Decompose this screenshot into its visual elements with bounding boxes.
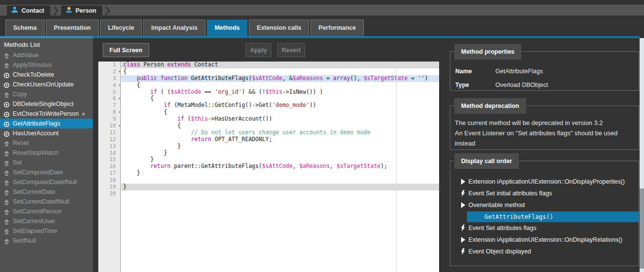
code-line: if (MetaModel::GetConfig()->Get('demo_mo… [121, 102, 439, 109]
call-order-tree: Extension iApplicationUIExtension::OnDis… [450, 161, 639, 257]
extension-play-icon [461, 237, 468, 243]
apply-button[interactable]: Apply [245, 43, 271, 57]
fold-marker-icon[interactable]: ▾ [118, 82, 121, 89]
event-bolt-icon [461, 190, 468, 197]
tab-methods[interactable]: Methods [207, 20, 247, 36]
code-line: } [121, 143, 439, 150]
sidebar-item-checktodelete[interactable]: CheckToDelete [0, 70, 93, 80]
fold-marker-icon[interactable]: ▾ [118, 95, 121, 102]
sidebar-item-setcurrentperson[interactable]: SetCurrentPerson [0, 207, 93, 216]
sidebar-item-set[interactable]: Set [0, 158, 93, 167]
code-line: } [121, 150, 439, 157]
line-number: 1 [98, 62, 120, 68]
tab-lifecycle[interactable]: Lifecycle [100, 20, 142, 36]
line-number: 18 [98, 177, 120, 184]
call-order-label: Event Set initial attributes flags [468, 190, 552, 197]
sidebar-item-label: ApplyStimulus [13, 62, 51, 68]
sidebar-item-getattributeflags[interactable]: GetAttributeFlags [0, 119, 93, 128]
tab-schema[interactable]: Schema [5, 20, 44, 36]
line-number: 16 [98, 163, 120, 170]
call-order-item-getattributeflags-[interactable]: GetAttributeFlags() [450, 211, 639, 222]
tab-performance[interactable]: Performance [311, 20, 363, 36]
fold-marker-icon[interactable]: ▾ [118, 109, 121, 116]
code-line: } [121, 170, 439, 177]
sidebar-item-setelapsedtime[interactable]: SetElapsedTime [0, 226, 93, 236]
sidebar-item-label: GetAttributeFlags [13, 120, 60, 127]
full-screen-button[interactable]: Full Screen [103, 43, 149, 57]
sidebar-item-setcurrentdateifnull[interactable]: SetCurrentDateIfNull [0, 197, 93, 207]
call-order-item-overwritable-method[interactable]: Overwritable method [450, 199, 639, 211]
property-label: Name [455, 68, 495, 75]
sidebar-item-label: SetIfNull [13, 237, 36, 244]
breadcrumb-bar: ContactPerson [0, 0, 644, 16]
sidebar-item-setcurrentdate[interactable]: SetCurrentDate [0, 187, 93, 197]
inherited-method-icon [3, 199, 10, 205]
extension-play-icon [461, 202, 468, 208]
tab-extension-calls[interactable]: Extension calls [249, 20, 309, 36]
line-number: 6▾ [98, 95, 120, 102]
sidebar-item-label: CheckUsersOnUpdate [13, 81, 74, 88]
editor-code-area[interactable]: class Person extends Contact{ public fun… [121, 62, 439, 272]
property-value: GetAttributeFlags [495, 68, 543, 75]
sidebar-item-setifnull[interactable]: SetIfNull [0, 236, 93, 246]
code-line: class Person extends Contact [121, 62, 439, 68]
call-order-label: Extension iApplicationUIExtension::OnDis… [468, 178, 625, 185]
person-woman-icon [65, 6, 73, 16]
inherited-method-icon [3, 189, 10, 195]
chevron-right-icon [104, 5, 111, 16]
call-order-item-extension-iapplicationuiextension-ondisp[interactable]: Extension iApplicationUIExtension::OnDis… [450, 234, 639, 246]
line-number: 4▾ [98, 82, 120, 89]
sidebar-item-evtchecktowriteperson[interactable]: EvtCheckToWritePerson★ [0, 109, 93, 119]
line-number: 2▾ [98, 68, 120, 75]
method-deprecation-panel: Method deprecation The current method wi… [450, 105, 639, 150]
code-editor[interactable]: 12▾34▾56▾78▾910▾11121314151617181920 cla… [98, 62, 439, 272]
breadcrumb-item-contact[interactable]: Contact [7, 5, 50, 16]
sidebar-item-setcurrentuser[interactable]: SetCurrentUser [0, 216, 93, 226]
tab-presentation[interactable]: Presentation [46, 20, 99, 36]
overload-method-icon [3, 121, 10, 127]
chevron-right-icon [52, 5, 59, 16]
vertical-scrollbar[interactable] [640, 38, 644, 272]
sidebar-item-addvalue[interactable]: AddValue [0, 50, 93, 60]
line-number: 9 [98, 116, 120, 123]
methods-list: AddValueApplyStimulusCheckToDeleteCheckU… [0, 50, 93, 246]
sidebar-item-copy[interactable]: Copy [0, 89, 93, 99]
sidebar-item-applystimulus[interactable]: ApplyStimulus [0, 60, 93, 70]
code-line: return OPT_ATT_READONLY; [121, 136, 439, 143]
sidebar-item-reset[interactable]: Reset [0, 138, 93, 148]
call-order-item-event-set-initial-attributes-flags[interactable]: Event Set initial attributes flags [450, 188, 639, 199]
call-order-item-event-object-displayed[interactable]: Event Object displayed [450, 246, 639, 257]
call-order-item-extension-iapplicationuiextension-ondisp[interactable]: Extension iApplicationUIExtension::OnDis… [450, 176, 639, 188]
sidebar-item-setcomputeddateifnull[interactable]: SetComputedDateIfNull [0, 177, 93, 187]
overload-method-icon [3, 101, 10, 107]
code-line: } [121, 156, 439, 163]
call-order-label: Extension iApplicationUIExtension::OnDis… [468, 236, 622, 243]
current-method-highlight[interactable]: GetAttributeFlags() [467, 211, 639, 222]
methods-sidebar: Methods List AddValueApplyStimulusCheckT… [0, 38, 93, 272]
sidebar-item-label: AddValue [13, 52, 39, 59]
code-line [121, 177, 439, 184]
line-number: 14 [98, 150, 120, 157]
display-call-order-panel: Display call order Extension iApplicatio… [450, 161, 639, 266]
sidebar-item-hasuseraccount[interactable]: HasUserAccount [0, 128, 93, 138]
sidebar-item-dbdeletesingleobject[interactable]: DBDeleteSingleObject [0, 99, 93, 109]
fold-marker-icon[interactable]: ▾ [118, 68, 121, 75]
revert-button[interactable]: Revert [277, 43, 305, 57]
inherited-method-icon [3, 140, 10, 146]
methods-list-title: Methods List [0, 38, 93, 50]
call-order-item-event-set-attributes-flags[interactable]: Event Set attributes flags [450, 222, 639, 234]
tab-impact-analysis[interactable]: Impact Analysis [143, 20, 205, 36]
line-number: 15 [98, 156, 120, 163]
sidebar-item-checkusersonupdate[interactable]: CheckUsersOnUpdate [0, 80, 93, 89]
sidebar-item-label: SetComputedDateIfNull [13, 179, 77, 186]
sidebar-item-resetstopwatch[interactable]: ResetStopWatch [0, 148, 93, 158]
line-number: 20 [98, 190, 120, 197]
property-label: Type [455, 82, 495, 88]
breadcrumb-item-person[interactable]: Person [61, 5, 102, 16]
fold-marker-icon[interactable]: ▾ [118, 123, 121, 129]
inherited-method-icon [3, 91, 10, 98]
scrollbar-thumb[interactable] [640, 188, 644, 269]
sidebar-item-label: SetElapsedTime [13, 228, 57, 234]
sidebar-item-setcomputeddate[interactable]: SetComputedDate [0, 167, 93, 177]
inherited-method-icon [3, 238, 10, 244]
